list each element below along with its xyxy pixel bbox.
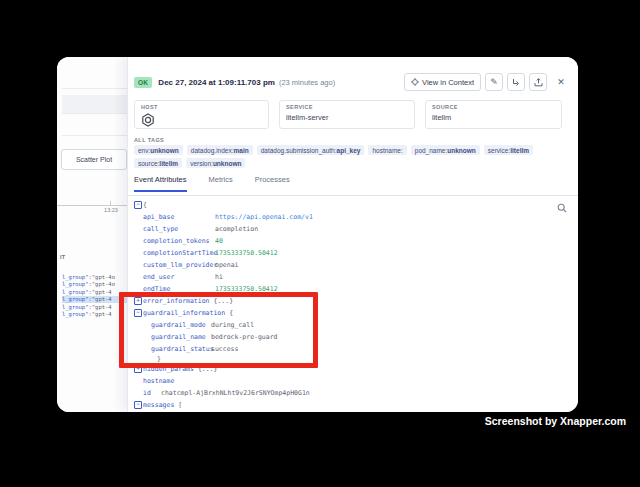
tab-bar: Event Attributes Metrics Processes [134, 175, 290, 192]
tag-list: env:unknown datadog.index:main datadog.s… [134, 145, 536, 168]
underlying-page-strip: Scatter Plot 13:23 IT l_group":"gpt-4o l… [57, 57, 127, 412]
group-list: l_group":"gpt-4o l_group":"gpt-4o l_grou… [62, 273, 127, 318]
time-axis [57, 205, 127, 206]
tag[interactable]: datadog.index:main [187, 145, 253, 155]
table-column-header-partial: IT [60, 254, 66, 260]
json-row-id: idchatcmpl-AjBrxhNLht9v2J6rSNYOmp4pH0G1n [134, 387, 575, 399]
json-row-completion-start-time: completionStartTime1735333750.50412 [134, 247, 575, 259]
status-badge: OK [134, 77, 152, 88]
json-row-completion-tokens: completion_tokens40 [134, 235, 575, 247]
tab-bar-divider [128, 195, 578, 196]
view-in-context-label: View in Context [422, 78, 474, 87]
divider [62, 88, 127, 89]
tag[interactable]: datadog.submission_auth:api_key [257, 145, 365, 155]
tag[interactable]: hostname: [368, 145, 406, 155]
service-box[interactable]: SERVICE litellm-server [279, 100, 415, 129]
json-row-end-user: end_userhi [134, 271, 575, 283]
source-box[interactable]: SOURCE litellm [425, 100, 562, 129]
info-boxes: HOST SERVICE litellm-server SOURCE litel… [134, 100, 562, 129]
all-tags-label: ALL TAGS [134, 137, 164, 143]
tag[interactable]: pod_name:unknown [411, 145, 480, 155]
json-row-hostname: hostname [134, 375, 575, 387]
tag[interactable]: source:litellm [134, 158, 182, 168]
trace-icon [512, 78, 521, 87]
tag[interactable]: version:unknown [186, 158, 245, 168]
json-row-api-base: api_basehttps://api.openai.com/v1 [134, 211, 575, 223]
list-item[interactable]: l_group":"gpt-4 [62, 288, 127, 296]
close-icon: ✕ [557, 78, 565, 87]
list-row-highlight [62, 95, 127, 113]
json-row-custom-llm-provider: custom_llm_provideropenai [134, 259, 575, 271]
service-value: litellm-server [286, 113, 408, 122]
collapse-icon[interactable]: − [134, 401, 142, 409]
view-in-context-button[interactable]: View in Context [404, 73, 481, 91]
source-label: SOURCE [432, 104, 555, 110]
tag[interactable]: service:litellm [484, 145, 533, 155]
pencil-icon: ✎ [490, 78, 498, 87]
list-item[interactable]: l_group":"gpt-4o [62, 273, 127, 281]
list-item[interactable]: l_group":"gpt-4o [62, 281, 127, 289]
divider [62, 135, 127, 136]
list-item[interactable]: l_group":"gpt-4 [62, 311, 127, 319]
time-axis-tick [110, 201, 111, 205]
host-hexagon-icon [141, 113, 262, 127]
tab-metrics[interactable]: Metrics [209, 175, 233, 192]
host-box[interactable]: HOST [134, 100, 269, 129]
json-row-messages: − messages[ [134, 399, 575, 411]
close-button[interactable]: ✕ [551, 74, 571, 90]
related-logs-button[interactable] [507, 73, 525, 91]
event-timestamp: Dec 27, 2024 at 1:09:11.703 pm [158, 78, 275, 87]
scope-icon [411, 78, 419, 86]
scatter-plot-button[interactable]: Scatter Plot [61, 149, 127, 170]
xnapper-watermark: Screenshot by Xnapper.com [485, 415, 626, 427]
highlight-rectangle [119, 292, 318, 368]
api-base-link[interactable]: https://api.openai.com/v1 [215, 213, 313, 221]
service-label: SERVICE [286, 104, 408, 110]
header-actions: View in Context ✎ ✕ [404, 73, 571, 91]
relative-time: (23 minutes ago) [279, 78, 335, 87]
source-value: litellm [432, 113, 555, 122]
edit-button[interactable]: ✎ [485, 73, 503, 91]
app-window: Scatter Plot 13:23 IT l_group":"gpt-4o l… [57, 57, 578, 412]
share-icon [534, 78, 543, 87]
tab-event-attributes[interactable]: Event Attributes [134, 175, 187, 192]
divider [62, 113, 127, 114]
export-button[interactable] [529, 73, 547, 91]
host-label: HOST [141, 104, 262, 110]
json-root-row: − { [134, 199, 575, 211]
time-axis-label: 13:23 [95, 207, 127, 213]
json-row-call-type: call_typeacompletion [134, 223, 575, 235]
tag[interactable]: env:unknown [134, 145, 183, 155]
collapse-icon[interactable]: − [134, 201, 142, 209]
list-item-selected[interactable]: l_group":"gpt-4 [62, 296, 127, 304]
scatter-plot-label: Scatter Plot [76, 156, 112, 163]
list-item[interactable]: l_group":"gpt-4 [62, 303, 127, 311]
tab-processes[interactable]: Processes [255, 175, 290, 192]
panel-header: OK Dec 27, 2024 at 1:09:11.703 pm (23 mi… [134, 71, 571, 93]
